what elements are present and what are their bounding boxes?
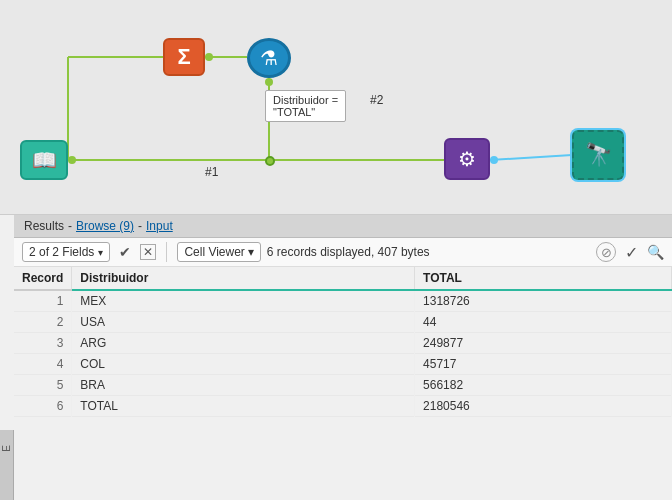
sigma-node[interactable]: Σ [163,38,205,76]
results-header: Results - Browse (9) - Input [14,215,672,238]
connector-dot-3 [265,78,273,86]
table-row: 6TOTAL2180546 [14,396,672,417]
table-row: 2USA44 [14,312,672,333]
results-title: Results [24,219,64,233]
dna-node[interactable]: ⚙ [444,138,490,180]
cell-total: 566182 [415,375,672,396]
results-panel-wrapper: E Results - Browse (9) - Input 2 of 2 Fi… [0,215,672,417]
cell-distribuidor: ARG [72,333,415,354]
book-node[interactable]: 📖 [20,140,68,180]
svg-line-6 [490,155,572,160]
cell-total: 249877 [415,333,672,354]
col-header-record: Record [14,267,72,290]
filter-label: Distribuidor = "TOTAL" [265,90,346,122]
checkmark-icon[interactable]: ✔ [116,243,134,261]
input-link[interactable]: Input [146,219,173,233]
toolbar-separator-1 [166,242,167,262]
cell-distribuidor: COL [72,354,415,375]
cell-record: 1 [14,290,72,312]
cell-total: 2180546 [415,396,672,417]
filter-text-1: Distribuidor = [273,94,338,106]
table-header: Record Distribuidor TOTAL [14,267,672,290]
col-header-total: TOTAL [415,267,672,290]
no-circle-icon[interactable]: ⊘ [596,242,616,262]
lab-icon: ⚗ [260,46,278,70]
search-toolbar-icon[interactable]: 🔍 [646,243,664,261]
header-row: Record Distribuidor TOTAL [14,267,672,290]
toolbar: 2 of 2 Fields ▾ ✔ ✕ Cell Viewer ▾ 6 reco… [14,238,672,267]
cell-record: 6 [14,396,72,417]
connector-dot-4 [265,156,275,166]
left-panel-label: E [1,445,12,452]
cell-distribuidor: BRA [72,375,415,396]
x-icon[interactable]: ✕ [140,244,156,260]
results-separator: - [68,219,72,233]
check-toolbar-icon[interactable]: ✓ [622,243,640,261]
records-info: 6 records displayed, 407 bytes [267,245,590,259]
cell-total: 1318726 [415,290,672,312]
browse-node[interactable]: 🔭 [572,130,624,180]
data-table: Record Distribuidor TOTAL 1MEX13187262US… [14,267,672,417]
browse-info-link[interactable]: Browse (9) [76,219,134,233]
canvas-area: 📖 Σ ⚗ Distribuidor = "TOTAL" #2 #1 ⚙ 🔭 [0,0,672,215]
cell-total: 45717 [415,354,672,375]
cell-viewer-button[interactable]: Cell Viewer ▾ [177,242,260,262]
table-row: 1MEX1318726 [14,290,672,312]
book-icon: 📖 [32,148,57,172]
cell-record: 4 [14,354,72,375]
left-panel: E [0,430,14,500]
table-row: 4COL45717 [14,354,672,375]
sigma-icon: Σ [177,44,190,70]
table-body: 1MEX13187262USA443ARG2498774COL457175BRA… [14,290,672,417]
connector1-label: #1 [205,165,218,179]
cell-distribuidor: USA [72,312,415,333]
filter-text-2: "TOTAL" [273,106,338,118]
fields-label: 2 of 2 Fields [29,245,94,259]
cell-distribuidor: MEX [72,290,415,312]
connector-dot-1 [68,156,76,164]
connector-dot-2 [205,53,213,61]
fields-button[interactable]: 2 of 2 Fields ▾ [22,242,110,262]
cell-total: 44 [415,312,672,333]
table-row: 3ARG249877 [14,333,672,354]
connector-dot-5 [490,156,498,164]
cell-record: 5 [14,375,72,396]
dna-icon: ⚙ [458,147,476,171]
table-row: 5BRA566182 [14,375,672,396]
binoculars-icon: 🔭 [585,142,612,168]
fields-dropdown-arrow: ▾ [98,247,103,258]
results-separator2: - [138,219,142,233]
cell-viewer-arrow: ▾ [248,245,254,259]
cell-distribuidor: TOTAL [72,396,415,417]
toolbar-right: ⊘ ✓ 🔍 [596,242,664,262]
cell-record: 3 [14,333,72,354]
filter-num-label: #2 [370,93,383,107]
col-header-distribuidor: Distribuidor [72,267,415,290]
cell-record: 2 [14,312,72,333]
cell-viewer-label: Cell Viewer [184,245,244,259]
results-inner: Results - Browse (9) - Input 2 of 2 Fiel… [14,215,672,417]
results-table: Record Distribuidor TOTAL 1MEX13187262US… [14,267,672,417]
lab-node[interactable]: ⚗ [247,38,291,78]
